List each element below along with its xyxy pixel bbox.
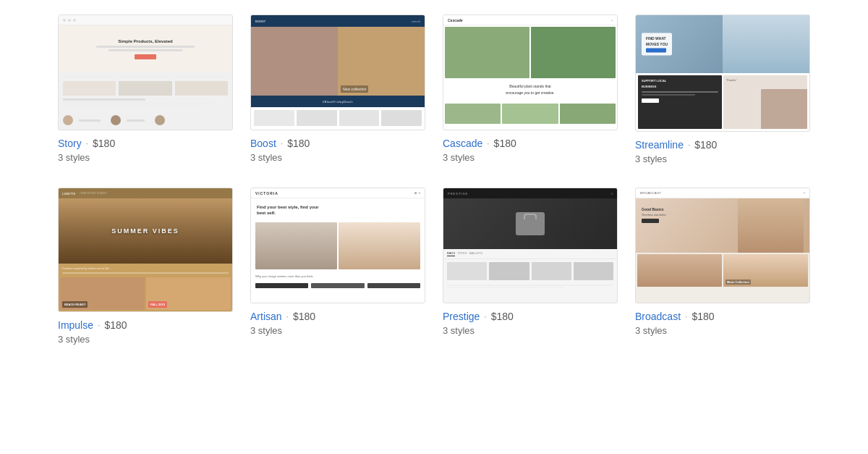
theme-name-boost[interactable]: Boost xyxy=(250,138,276,149)
theme-name-prestige[interactable]: Prestige xyxy=(443,311,480,322)
theme-card-artisan[interactable]: VICTORIA ⊞ ≡ Find your best style, find … xyxy=(250,188,425,345)
theme-thumbnail-prestige[interactable]: PRESTIGE ≡ BAGS TOTES WALLETS xyxy=(443,188,618,303)
theme-thumbnail-impulse[interactable]: LUNETTE HOME PRODUCTS ABOUT SUMMER VIBES… xyxy=(58,188,233,312)
theme-info-prestige: Prestige · $180 3 styles xyxy=(443,311,618,336)
theme-thumbnail-streamline[interactable]: FIND WHAT MOVES YOU SUPPORT LOCAL BUSINE… xyxy=(635,14,810,132)
theme-styles-artisan: 3 styles xyxy=(250,325,425,336)
theme-info-artisan: Artisan · $180 3 styles xyxy=(250,311,425,336)
theme-price-broadcast: $180 xyxy=(692,311,714,322)
theme-styles-broadcast: 3 styles xyxy=(635,325,810,336)
theme-card-impulse[interactable]: LUNETTE HOME PRODUCTS ABOUT SUMMER VIBES… xyxy=(58,188,233,345)
theme-styles-story: 3 styles xyxy=(58,152,233,163)
theme-price-impulse: $180 xyxy=(104,319,127,331)
theme-price-story: $180 xyxy=(93,138,115,149)
theme-card-boost[interactable]: BOOST search New collection #BlackFriday… xyxy=(250,14,425,164)
theme-styles-boost: 3 styles xyxy=(250,152,425,163)
theme-thumbnail-story[interactable]: Simple Products, Elevated xyxy=(58,14,233,130)
theme-price-cascade: $180 xyxy=(494,138,516,149)
theme-card-prestige[interactable]: PRESTIGE ≡ BAGS TOTES WALLETS xyxy=(443,188,618,345)
theme-thumbnail-cascade[interactable]: Cascade + Beautiful plant stands that en… xyxy=(443,14,618,130)
theme-price-streamline: $180 xyxy=(694,139,717,151)
theme-card-story[interactable]: Simple Products, Elevated xyxy=(58,14,233,164)
theme-card-cascade[interactable]: Cascade + Beautiful plant stands that en… xyxy=(443,14,618,164)
theme-card-broadcast[interactable]: BROADCAST ≡ Good Basics Timeless wardrob… xyxy=(635,188,810,345)
theme-name-streamline[interactable]: Streamline xyxy=(635,139,684,151)
theme-thumbnail-boost[interactable]: BOOST search New collection #BlackFriday… xyxy=(250,14,425,130)
theme-thumbnail-artisan[interactable]: VICTORIA ⊞ ≡ Find your best style, find … xyxy=(250,188,425,303)
theme-name-cascade[interactable]: Cascade xyxy=(443,138,482,149)
theme-info-impulse: Impulse · $180 3 styles xyxy=(58,319,233,345)
theme-styles-streamline: 3 styles xyxy=(635,154,810,164)
themes-grid: Simple Products, Elevated xyxy=(0,0,868,359)
theme-name-story[interactable]: Story xyxy=(58,138,82,149)
theme-name-artisan[interactable]: Artisan xyxy=(250,311,282,322)
theme-price-boost: $180 xyxy=(287,138,310,149)
theme-styles-cascade: 3 styles xyxy=(443,152,618,163)
theme-name-impulse[interactable]: Impulse xyxy=(58,319,93,331)
theme-info-story: Story · $180 3 styles xyxy=(58,138,233,163)
theme-thumbnail-broadcast[interactable]: BROADCAST ≡ Good Basics Timeless wardrob… xyxy=(635,188,810,303)
theme-price-prestige: $180 xyxy=(491,311,514,322)
theme-price-artisan: $180 xyxy=(293,311,315,322)
theme-card-streamline[interactable]: FIND WHAT MOVES YOU SUPPORT LOCAL BUSINE… xyxy=(635,14,810,164)
theme-info-cascade: Cascade · $180 3 styles xyxy=(443,138,618,163)
separator-story: · xyxy=(86,138,88,148)
theme-info-streamline: Streamline · $180 3 styles xyxy=(635,139,810,164)
theme-info-broadcast: Broadcast · $180 3 styles xyxy=(635,311,810,336)
theme-styles-impulse: 3 styles xyxy=(58,334,233,345)
theme-info-boost: Boost · $180 3 styles xyxy=(250,138,425,163)
theme-styles-prestige: 3 styles xyxy=(443,325,618,336)
theme-name-broadcast[interactable]: Broadcast xyxy=(635,311,681,322)
